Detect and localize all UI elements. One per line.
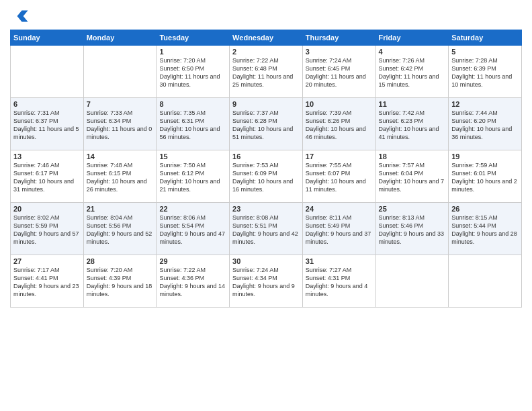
page-container: SundayMondayTuesdayWednesdayThursdayFrid… [0,0,532,314]
calendar-cell: 21Sunrise: 8:04 AMSunset: 5:56 PMDayligh… [83,203,157,255]
calendar-cell: 4Sunrise: 7:26 AMSunset: 6:42 PMDaylight… [375,46,449,98]
day-number: 30 [232,257,300,265]
calendar-cell [375,255,449,308]
day-number: 11 [379,100,446,108]
calendar-week-row: 6Sunrise: 7:31 AMSunset: 6:37 PMDaylight… [11,98,522,150]
calendar-week-row: 13Sunrise: 7:46 AMSunset: 6:17 PMDayligh… [11,150,522,203]
day-number: 18 [379,152,446,161]
cell-info: Sunrise: 7:33 AMSunset: 6:34 PMDaylight:… [87,109,154,142]
day-number: 6 [13,100,81,108]
day-number: 9 [232,100,300,108]
cell-info: Sunrise: 7:22 AMSunset: 6:48 PMDaylight:… [232,56,300,89]
cell-info: Sunrise: 7:53 AMSunset: 6:09 PMDaylight:… [232,161,300,194]
weekday-header: Wednesday [230,30,303,46]
day-number: 2 [232,48,300,56]
weekday-header: Tuesday [157,30,230,46]
weekday-header: Thursday [302,30,375,46]
calendar-cell: 2Sunrise: 7:22 AMSunset: 6:48 PMDaylight… [230,46,303,98]
day-number: 27 [13,257,81,265]
calendar-cell: 17Sunrise: 7:55 AMSunset: 6:07 PMDayligh… [302,150,375,203]
cell-info: Sunrise: 7:46 AMSunset: 6:17 PMDaylight:… [13,161,81,194]
calendar-cell: 24Sunrise: 8:11 AMSunset: 5:49 PMDayligh… [302,203,375,255]
cell-info: Sunrise: 8:13 AMSunset: 5:46 PMDaylight:… [379,214,446,246]
weekday-header-row: SundayMondayTuesdayWednesdayThursdayFrid… [11,30,522,46]
day-number: 17 [306,152,373,161]
calendar-cell [449,255,522,308]
day-number: 25 [379,205,446,213]
day-number: 20 [13,205,81,213]
header [10,7,522,26]
day-number: 7 [87,100,154,108]
calendar-week-row: 1Sunrise: 7:20 AMSunset: 6:50 PMDaylight… [11,46,522,98]
cell-info: Sunrise: 8:11 AMSunset: 5:49 PMDaylight:… [306,214,373,246]
cell-info: Sunrise: 7:17 AMSunset: 4:41 PMDaylight:… [13,266,81,299]
calendar-cell: 29Sunrise: 7:22 AMSunset: 4:36 PMDayligh… [157,255,230,308]
cell-info: Sunrise: 7:42 AMSunset: 6:23 PMDaylight:… [379,109,446,142]
calendar-cell: 10Sunrise: 7:39 AMSunset: 6:26 PMDayligh… [302,98,375,150]
cell-info: Sunrise: 8:06 AMSunset: 5:54 PMDaylight:… [159,214,226,246]
day-number: 10 [306,100,373,108]
cell-info: Sunrise: 7:22 AMSunset: 4:36 PMDaylight:… [159,266,226,299]
calendar-cell: 30Sunrise: 7:24 AMSunset: 4:34 PMDayligh… [230,255,303,308]
cell-info: Sunrise: 7:27 AMSunset: 4:31 PMDaylight:… [306,266,373,299]
calendar-cell: 7Sunrise: 7:33 AMSunset: 6:34 PMDaylight… [83,98,157,150]
day-number: 26 [451,205,519,213]
cell-info: Sunrise: 7:20 AMSunset: 4:39 PMDaylight:… [87,266,154,299]
weekday-header: Saturday [449,30,522,46]
cell-info: Sunrise: 7:35 AMSunset: 6:31 PMDaylight:… [159,109,226,142]
calendar-cell [11,46,84,98]
day-number: 12 [451,100,519,108]
cell-info: Sunrise: 7:24 AMSunset: 6:45 PMDaylight:… [306,56,373,89]
cell-info: Sunrise: 7:57 AMSunset: 6:04 PMDaylight:… [379,161,446,194]
calendar-cell: 12Sunrise: 7:44 AMSunset: 6:20 PMDayligh… [449,98,522,150]
calendar-cell: 25Sunrise: 8:13 AMSunset: 5:46 PMDayligh… [375,203,449,255]
day-number: 29 [159,257,226,265]
day-number: 22 [159,205,226,213]
calendar-cell: 18Sunrise: 7:57 AMSunset: 6:04 PMDayligh… [375,150,449,203]
cell-info: Sunrise: 7:24 AMSunset: 4:34 PMDaylight:… [232,266,300,299]
day-number: 16 [232,152,300,161]
day-number: 5 [451,48,519,56]
calendar-cell: 11Sunrise: 7:42 AMSunset: 6:23 PMDayligh… [375,98,449,150]
cell-info: Sunrise: 7:31 AMSunset: 6:37 PMDaylight:… [13,109,81,142]
calendar-cell: 26Sunrise: 8:15 AMSunset: 5:44 PMDayligh… [449,203,522,255]
logo-icon [10,7,29,26]
day-number: 13 [13,152,81,161]
calendar-cell: 27Sunrise: 7:17 AMSunset: 4:41 PMDayligh… [11,255,84,308]
cell-info: Sunrise: 8:15 AMSunset: 5:44 PMDaylight:… [451,214,519,246]
calendar-table: SundayMondayTuesdayWednesdayThursdayFrid… [10,30,522,308]
cell-info: Sunrise: 7:37 AMSunset: 6:28 PMDaylight:… [232,109,300,142]
day-number: 14 [87,152,154,161]
cell-info: Sunrise: 8:02 AMSunset: 5:59 PMDaylight:… [13,214,81,246]
calendar-cell: 6Sunrise: 7:31 AMSunset: 6:37 PMDaylight… [11,98,84,150]
calendar-cell: 15Sunrise: 7:50 AMSunset: 6:12 PMDayligh… [157,150,230,203]
cell-info: Sunrise: 7:55 AMSunset: 6:07 PMDaylight:… [306,161,373,194]
calendar-cell: 22Sunrise: 8:06 AMSunset: 5:54 PMDayligh… [157,203,230,255]
cell-info: Sunrise: 7:20 AMSunset: 6:50 PMDaylight:… [159,56,226,89]
day-number: 3 [306,48,373,56]
weekday-header: Friday [375,30,449,46]
day-number: 1 [159,48,226,56]
calendar-cell: 31Sunrise: 7:27 AMSunset: 4:31 PMDayligh… [302,255,375,308]
calendar-cell: 28Sunrise: 7:20 AMSunset: 4:39 PMDayligh… [83,255,157,308]
cell-info: Sunrise: 8:08 AMSunset: 5:51 PMDaylight:… [232,214,300,246]
calendar-cell: 23Sunrise: 8:08 AMSunset: 5:51 PMDayligh… [230,203,303,255]
logo [10,7,32,26]
cell-info: Sunrise: 7:39 AMSunset: 6:26 PMDaylight:… [306,109,373,142]
cell-info: Sunrise: 7:50 AMSunset: 6:12 PMDaylight:… [159,161,226,194]
weekday-header: Monday [83,30,157,46]
calendar-cell: 16Sunrise: 7:53 AMSunset: 6:09 PMDayligh… [230,150,303,203]
calendar-cell: 5Sunrise: 7:28 AMSunset: 6:39 PMDaylight… [449,46,522,98]
day-number: 8 [159,100,226,108]
day-number: 15 [159,152,226,161]
cell-info: Sunrise: 7:59 AMSunset: 6:01 PMDaylight:… [451,161,519,194]
cell-info: Sunrise: 8:04 AMSunset: 5:56 PMDaylight:… [87,214,154,246]
calendar-cell [83,46,157,98]
day-number: 24 [306,205,373,213]
cell-info: Sunrise: 7:26 AMSunset: 6:42 PMDaylight:… [379,56,446,89]
calendar-cell: 8Sunrise: 7:35 AMSunset: 6:31 PMDaylight… [157,98,230,150]
calendar-cell: 14Sunrise: 7:48 AMSunset: 6:15 PMDayligh… [83,150,157,203]
calendar-cell: 1Sunrise: 7:20 AMSunset: 6:50 PMDaylight… [157,46,230,98]
day-number: 28 [87,257,154,265]
day-number: 4 [379,48,446,56]
